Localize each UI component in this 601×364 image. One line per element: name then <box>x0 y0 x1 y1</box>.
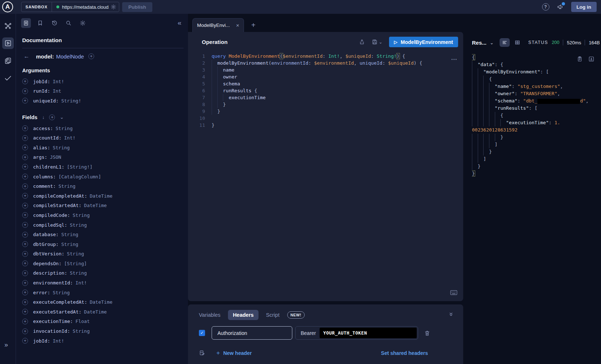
field-row[interactable]: +description:String <box>22 268 184 278</box>
add-to-query-icon[interactable]: + <box>22 125 28 131</box>
fields-options-chevron-icon[interactable]: ⌄ <box>60 114 64 120</box>
checks-icon[interactable] <box>2 72 14 84</box>
argument-row[interactable]: +jobId:Int! <box>22 77 184 86</box>
table-view-icon[interactable] <box>512 38 522 47</box>
field-row[interactable]: +alias:String <box>22 143 184 153</box>
add-to-query-icon[interactable]: + <box>22 145 28 150</box>
header-value-input[interactable]: Bearer YOUR_AUTH_TOKEN <box>295 326 418 340</box>
tab-headers[interactable]: Headers <box>228 310 258 320</box>
add-to-query-icon[interactable]: + <box>22 299 28 305</box>
header-key-input[interactable]: Authorization <box>212 326 292 340</box>
add-to-query-icon[interactable]: + <box>22 270 28 276</box>
add-to-query-icon[interactable]: + <box>22 164 28 170</box>
field-row[interactable]: +childrenL1:[String!] <box>22 162 184 172</box>
add-to-query-icon[interactable]: + <box>22 251 28 257</box>
add-to-query-icon[interactable]: + <box>22 338 28 344</box>
field-row[interactable]: +dbtVersion:String <box>22 249 184 259</box>
auth-token-value[interactable]: YOUR_AUTH_TOKEN <box>320 328 417 338</box>
new-tab-button[interactable]: + <box>251 21 256 29</box>
field-row[interactable]: +error:String <box>22 288 184 298</box>
keyboard-shortcuts-icon[interactable] <box>450 290 457 295</box>
add-to-query-icon[interactable]: + <box>22 309 28 315</box>
field-row[interactable]: +args:JSON <box>22 153 184 162</box>
endpoint-url-group[interactable]: SANDBOX https://metadata.cloud.get <box>21 2 119 12</box>
field-row[interactable]: +invocationId:String <box>22 326 184 336</box>
bookmarks-icon[interactable] <box>35 18 45 28</box>
collapse-panel-chevrons-icon[interactable] <box>448 312 454 317</box>
argument-row[interactable]: +uniqueId:String! <box>22 96 184 106</box>
raw-view-icon[interactable] <box>500 38 510 47</box>
add-to-query-icon[interactable]: + <box>22 241 28 247</box>
delete-header-icon[interactable] <box>424 330 430 336</box>
tab-variables[interactable]: Variables <box>199 312 220 318</box>
field-row[interactable]: +executionTime:Float <box>22 317 184 327</box>
set-shared-headers-link[interactable]: Set shared headers <box>381 350 428 356</box>
add-to-query-icon[interactable]: + <box>22 193 28 199</box>
field-row[interactable]: +executeStartedAt:DateTime <box>22 307 184 317</box>
new-header-button[interactable]: + New header <box>216 349 252 357</box>
field-row[interactable]: +compiledSql:String <box>22 220 184 230</box>
settings-gear-icon[interactable] <box>78 18 88 28</box>
header-enabled-checkbox[interactable]: ✓ <box>199 330 205 336</box>
add-to-query-icon[interactable]: + <box>22 290 28 295</box>
edit-headers-as-json-icon[interactable] <box>199 350 205 356</box>
copy-response-icon[interactable] <box>577 56 583 62</box>
argument-row[interactable]: +runId:Int <box>22 86 184 96</box>
field-row[interactable]: +comment:String <box>22 181 184 191</box>
download-response-icon[interactable] <box>588 56 594 62</box>
add-to-query-icon[interactable]: + <box>22 280 28 286</box>
tab-script[interactable]: Script <box>266 312 280 318</box>
publish-button[interactable]: Publish <box>122 2 152 12</box>
add-model-to-query-icon[interactable]: + <box>88 53 94 59</box>
changelog-icon[interactable] <box>2 55 14 66</box>
field-row[interactable]: +database:String <box>22 230 184 239</box>
add-to-query-icon[interactable]: + <box>22 174 28 179</box>
field-row[interactable]: +compileStartedAt:DateTime <box>22 201 184 211</box>
response-dropdown-chevron-icon[interactable]: ⌄ <box>490 40 494 45</box>
close-tab-icon[interactable]: × <box>236 22 239 28</box>
field-row[interactable]: +columns:[CatalogColumn] <box>22 172 184 182</box>
share-operation-icon[interactable] <box>359 39 365 45</box>
help-icon[interactable]: ? <box>542 3 549 11</box>
collapse-doc-panel-chevrons[interactable]: « <box>177 19 181 27</box>
field-row[interactable]: +accountId:Int! <box>22 133 184 143</box>
graphql-editor[interactable]: 1query ModelByEnvironment($environmentId… <box>188 53 463 301</box>
save-options-chevron-icon[interactable]: ⌄ <box>379 40 382 45</box>
history-icon[interactable] <box>49 18 59 28</box>
search-icon[interactable] <box>64 18 73 28</box>
model-type-link[interactable]: ModelNode <box>56 53 84 60</box>
add-all-fields-icon[interactable]: + <box>49 114 55 120</box>
add-to-query-icon[interactable]: + <box>22 319 28 324</box>
field-row[interactable]: +environmentId:Int! <box>22 278 184 288</box>
endpoint-url-input[interactable]: https://metadata.cloud.get <box>62 4 109 10</box>
field-row[interactable]: +access:String <box>22 124 184 133</box>
sort-fields-icon[interactable]: ↓ <box>42 114 45 120</box>
save-operation-icon[interactable]: ⌄ <box>372 39 382 45</box>
explorer-icon[interactable] <box>2 37 14 49</box>
response-json[interactable]: {"data": {"modelByEnvironment": [{"name"… <box>472 54 594 177</box>
response-dropdown-label[interactable]: Res... <box>472 40 486 46</box>
documentation-tab-icon[interactable] <box>21 18 31 28</box>
field-row[interactable]: +executeCompletedAt:DateTime <box>22 297 184 307</box>
add-to-query-icon[interactable]: + <box>22 154 28 160</box>
add-to-query-icon[interactable]: + <box>22 232 28 238</box>
field-row[interactable]: +compileCompletedAt:DateTime <box>22 191 184 201</box>
field-row[interactable]: +dependsOn:[String] <box>22 259 184 268</box>
add-to-query-icon[interactable]: + <box>22 135 28 141</box>
add-to-query-icon[interactable]: + <box>22 183 28 189</box>
expand-rail-chevrons[interactable]: » <box>4 341 8 348</box>
field-row[interactable]: +jobId:Int! <box>22 336 184 346</box>
apollo-logo[interactable]: A <box>2 1 13 12</box>
schema-graph-icon[interactable] <box>2 20 14 32</box>
add-to-query-icon[interactable]: + <box>22 203 28 209</box>
back-arrow-icon[interactable]: ← <box>24 53 30 60</box>
login-button[interactable]: Log in <box>571 2 597 12</box>
add-to-query-icon[interactable]: + <box>22 78 28 84</box>
add-to-query-icon[interactable]: + <box>22 98 28 104</box>
add-to-query-icon[interactable]: + <box>22 212 28 218</box>
field-row[interactable]: +dbtGroup:String <box>22 239 184 249</box>
run-operation-button[interactable]: ▷ ModelByEnvironment <box>389 37 458 47</box>
announcements-megaphone-icon[interactable] <box>557 3 564 11</box>
add-to-query-icon[interactable]: + <box>22 260 28 266</box>
add-to-query-icon[interactable]: + <box>22 88 28 94</box>
